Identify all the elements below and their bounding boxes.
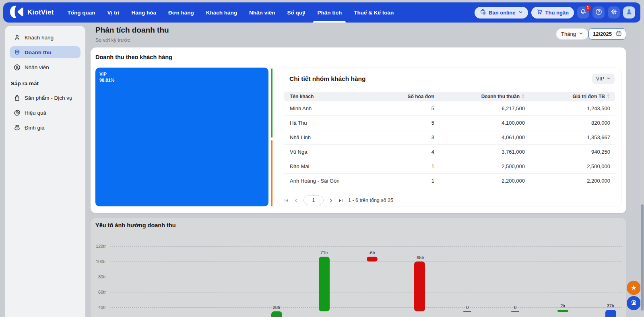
detail-panel-title: Chi tiết nhóm khách hàng: [289, 75, 365, 82]
page-subtitle: So với kỳ trước: [95, 37, 130, 43]
table-row: Hà Thu54,100,000820,000: [284, 116, 615, 130]
value-cell: 1,353,667: [525, 134, 610, 140]
nav-item-don-hang[interactable]: Đơn hàng: [168, 2, 194, 23]
gridline: [110, 246, 622, 247]
sidebar-item-doanh-thu[interactable]: Doanh thu: [10, 46, 80, 58]
help-icon: [595, 8, 602, 17]
column-header-label: Giá trị đơn TB: [572, 94, 605, 99]
performance-icon: [14, 109, 21, 116]
treemap-segment-label: VIP: [99, 71, 264, 77]
ban-online-button[interactable]: Bán online: [475, 7, 528, 19]
value-cell: 2,500,000: [434, 163, 525, 169]
column-header-2: Số hóa đơn: [368, 94, 434, 99]
nav-item-phan-tich[interactable]: Phân tích: [317, 2, 342, 23]
value-cell: 2,200,000: [434, 178, 525, 184]
nav-item-so-quy[interactable]: Sổ quỹ: [287, 2, 305, 23]
nav-item-khach-hang[interactable]: Khách hàng: [206, 2, 237, 23]
table-row: Minh Anh56,217,5001,243,500: [284, 101, 615, 116]
settings-button[interactable]: [608, 6, 620, 19]
revenue-icon: [14, 49, 21, 56]
scrollbar-thumb[interactable]: [641, 204, 644, 311]
treemap-segment-percent: 98.81%: [99, 77, 264, 83]
sort-icon: [607, 94, 610, 100]
customer-name-cell: Minh Anh: [290, 105, 368, 111]
revenue-by-customer-card: Doanh thu theo khách hàng VIP 98.81% Chi…: [91, 47, 626, 213]
sidebar-item-nhan-vien[interactable]: Nhân viên: [10, 61, 80, 73]
treemap-minor-segment-orange[interactable]: [271, 140, 272, 206]
customer-name-cell: Nhã Linh: [290, 134, 368, 140]
help-button[interactable]: [592, 6, 605, 19]
bar-value-label: 71tr: [320, 250, 328, 255]
page-first-button[interactable]: [284, 198, 289, 203]
page-title: Phân tích doanh thu: [95, 26, 169, 35]
column-header-label: Tên khách: [290, 94, 314, 99]
column-header-4[interactable]: Giá trị đơn TB: [525, 94, 610, 100]
sidebar-item-label: Nhân viên: [25, 64, 49, 70]
page-prev-button[interactable]: [294, 198, 298, 203]
page-number-input[interactable]: 1: [303, 196, 324, 205]
nav-item-tong-quan[interactable]: Tổng quan: [68, 2, 95, 23]
product-icon: [14, 95, 21, 101]
table-row: Đào Mai12,500,0002,500,000: [284, 159, 615, 174]
nav-item-hang-hoa[interactable]: Hàng hóa: [132, 2, 157, 23]
y-axis-tick: 80tr: [91, 274, 106, 279]
nav-item-nhan-vien[interactable]: Nhân viên: [249, 2, 275, 23]
nav-items: Tổng quanVị tríHàng hóaĐơn hàngKhách hàn…: [68, 2, 394, 23]
online-store-icon: [480, 9, 486, 16]
gridline: [110, 277, 622, 277]
table-row: Vũ Nga43,761,000940,250: [284, 145, 615, 159]
value-cell: 2,200,000: [525, 178, 610, 184]
nav-right: Bán online Thu ngân 1: [475, 6, 635, 19]
y-axis-tick: 100tr: [91, 259, 106, 264]
sort-icon: [521, 94, 525, 100]
waterfall-chart: 120tr100tr80tr60tr40tr28tr71tr-6tr-65tr0…: [91, 218, 626, 317]
revenue-card-title: Doanh thu theo khách hàng: [95, 54, 172, 60]
brand-name: KiotViet: [27, 8, 54, 16]
waterfall-bar-4: [414, 261, 425, 311]
treemap-vip-segment[interactable]: VIP 98.81%: [95, 68, 268, 206]
sidebar-upcoming-items: Sản phẩm - Dịch vụHiệu quảĐịnh giá: [10, 92, 80, 134]
page-last-button[interactable]: [339, 198, 343, 203]
sidebar-item-label: Doanh thu: [25, 49, 52, 56]
chevron-down-icon: [518, 10, 523, 16]
value-cell: 1: [368, 163, 434, 169]
star-icon: ★: [631, 284, 637, 292]
customer-name-cell: Hà Thu: [290, 120, 368, 126]
promotions-fab[interactable]: ★: [627, 281, 641, 295]
thu-ngan-button[interactable]: Thu ngân: [531, 7, 574, 19]
table-row: Nhã Linh34,061,0001,353,667: [284, 130, 615, 145]
period-value-picker[interactable]: 12/2025: [588, 28, 626, 40]
period-type-dropdown[interactable]: Tháng: [556, 28, 588, 40]
treemap-minor-segment-green[interactable]: [271, 68, 272, 138]
sidebar-upcoming-item-dinh-gia[interactable]: Định giá: [10, 121, 80, 134]
value-cell: 3: [368, 134, 434, 140]
person-icon: [625, 8, 633, 17]
group-filter-dropdown[interactable]: VIP: [592, 74, 615, 84]
bar-value-label: 0: [466, 305, 469, 310]
pricing-icon: [14, 124, 21, 131]
calendar-icon: [616, 31, 622, 38]
sidebar-item-label: Định giá: [25, 125, 45, 131]
bar-value-label: 28tr: [273, 305, 281, 310]
top-navbar: KiotViet Tổng quanVị tríHàng hóaĐơn hàng…: [3, 2, 641, 23]
brand[interactable]: KiotViet: [9, 5, 54, 20]
nav-item-vi-tri[interactable]: Vị trí: [107, 2, 120, 23]
nav-item-thue-ke-toan[interactable]: Thuế & Kế toán: [354, 2, 394, 23]
sidebar-item-khach-hang[interactable]: Khách hàng: [10, 31, 80, 43]
notifications-button[interactable]: 1: [577, 6, 589, 19]
sidebar-main-items: Khách hàngDoanh thuNhân viên: [10, 31, 80, 73]
kiotviet-logo-icon: [9, 5, 24, 20]
sidebar-upcoming-item-hieu-qua[interactable]: Hiệu quả: [10, 107, 80, 119]
waterfall-bar-3: [367, 257, 378, 261]
gridline: [110, 261, 622, 262]
period-type-label: Tháng: [561, 31, 576, 37]
column-header-3[interactable]: Doanh thu thuần: [434, 94, 525, 100]
page-next-button[interactable]: [329, 198, 333, 203]
value-cell: 4,100,000: [434, 120, 525, 126]
value-cell: 820,000: [525, 120, 610, 126]
cart-icon: [537, 9, 543, 16]
y-axis-tick: 40tr: [91, 305, 106, 310]
user-avatar[interactable]: [623, 6, 635, 19]
support-fab[interactable]: [627, 296, 641, 310]
sidebar-upcoming-item-san-pham-dich-vu[interactable]: Sản phẩm - Dịch vụ: [10, 92, 80, 104]
